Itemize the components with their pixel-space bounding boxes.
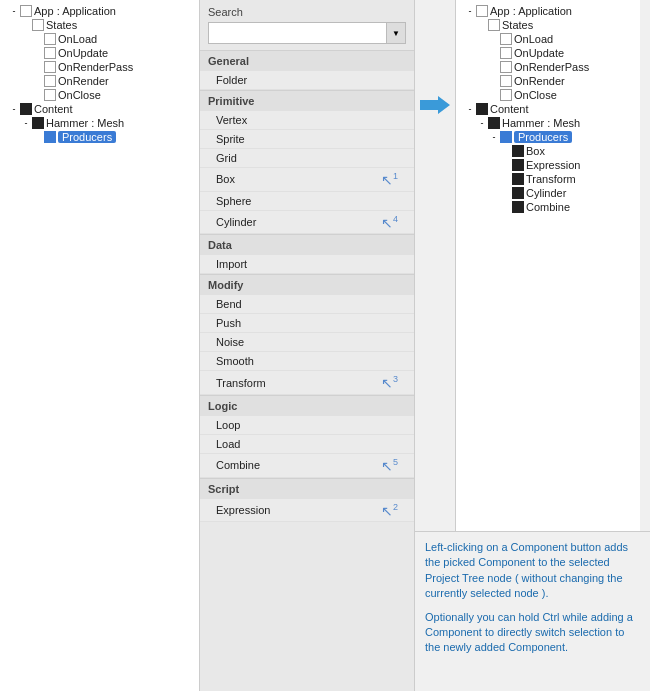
tree-item-states[interactable]: States (0, 18, 199, 32)
cursor-combine: ↖5 (381, 457, 398, 474)
component-bend[interactable]: Bend (200, 295, 414, 314)
component-box[interactable]: Box ↖1 (200, 168, 414, 192)
component-sprite[interactable]: Sprite (200, 130, 414, 149)
right-expression-icon (512, 159, 524, 171)
right-checkbox-onclose[interactable] (500, 89, 512, 101)
right-tree-item-combine[interactable]: Combine (456, 200, 640, 214)
component-smooth[interactable]: Smooth (200, 352, 414, 371)
right-box-icon (512, 145, 524, 157)
right-checkbox-states[interactable] (488, 19, 500, 31)
right-checkbox-onload[interactable] (500, 33, 512, 45)
right-label-hammer: Hammer : Mesh (502, 117, 580, 129)
component-combine-label: Combine (216, 459, 260, 471)
component-expression[interactable]: Expression ↖2 (200, 499, 414, 523)
checkbox-onrender[interactable] (44, 75, 56, 87)
right-toggle-producers[interactable]: - (488, 131, 500, 143)
component-loop[interactable]: Loop (200, 416, 414, 435)
tree-item-onupdate[interactable]: OnUpdate (0, 46, 199, 60)
toggle-onrender (32, 75, 44, 87)
right-tree-item-onclose[interactable]: OnClose (456, 88, 640, 102)
component-cylinder[interactable]: Cylinder ↖4 (200, 211, 414, 235)
right-cylinder-icon (512, 187, 524, 199)
tree-item-producers[interactable]: Producers (0, 130, 199, 144)
right-checkbox-onrender[interactable] (500, 75, 512, 87)
tree-item-onclose[interactable]: OnClose (0, 88, 199, 102)
right-label-transform: Transform (526, 173, 576, 185)
component-noise[interactable]: Noise (200, 333, 414, 352)
right-checkbox-app[interactable] (476, 5, 488, 17)
right-tree-item-expression[interactable]: Expression (456, 158, 640, 172)
right-toggle-hammer[interactable]: - (476, 117, 488, 129)
right-tree-item-box[interactable]: Box (456, 144, 640, 158)
right-tree-item-producers[interactable]: - Producers (456, 130, 640, 144)
right-checkbox-onupdate[interactable] (500, 47, 512, 59)
tree-item-content[interactable]: - Content (0, 102, 199, 116)
component-vertex[interactable]: Vertex (200, 111, 414, 130)
tree-item-hammer[interactable]: - Hammer : Mesh (0, 116, 199, 130)
checkbox-onclose[interactable] (44, 89, 56, 101)
checkbox-onload[interactable] (44, 33, 56, 45)
right-label-app: App : Application (490, 5, 572, 17)
right-content-icon (476, 103, 488, 115)
right-tree-item-app[interactable]: - App : Application (456, 4, 640, 18)
right-toggle-app[interactable]: - (464, 5, 476, 17)
component-import[interactable]: Import (200, 255, 414, 274)
right-toggle-onrender (488, 75, 500, 87)
right-checkbox-onrenderpass[interactable] (500, 61, 512, 73)
toggle-app[interactable]: - (8, 5, 20, 17)
component-grid[interactable]: Grid (200, 149, 414, 168)
checkbox-onupdate[interactable] (44, 47, 56, 59)
toggle-producers (32, 131, 44, 143)
info-text-1: Left-clicking on a Component button adds… (425, 540, 640, 602)
tree-item-onload[interactable]: OnLoad (0, 32, 199, 46)
right-tree-item-transform[interactable]: Transform (456, 172, 640, 186)
search-input[interactable] (208, 22, 406, 44)
toggle-hammer[interactable]: - (20, 117, 32, 129)
component-load[interactable]: Load (200, 435, 414, 454)
right-tree-item-hammer[interactable]: - Hammer : Mesh (456, 116, 640, 130)
section-general-header: General (200, 50, 414, 71)
right-toggle-content[interactable]: - (464, 103, 476, 115)
checkbox-onrenderpass[interactable] (44, 61, 56, 73)
component-combine[interactable]: Combine ↖5 (200, 454, 414, 478)
right-toggle-combine (500, 201, 512, 213)
checkbox-app[interactable] (20, 5, 32, 17)
right-tree-item-cylinder[interactable]: Cylinder (456, 186, 640, 200)
right-arrow-icon (420, 95, 450, 115)
component-folder[interactable]: Folder (200, 71, 414, 90)
right-tree-item-states[interactable]: States (456, 18, 640, 32)
right-label-box: Box (526, 145, 545, 157)
right-tree-item-onupdate[interactable]: OnUpdate (456, 46, 640, 60)
section-modify-header: Modify (200, 274, 414, 295)
component-panel: Search ▼ General Folder Primitive Vertex… (200, 0, 415, 691)
tree-item-app[interactable]: - App : Application (0, 4, 199, 18)
tree-item-onrenderpass[interactable]: OnRenderPass (0, 60, 199, 74)
right-toggle-box (500, 145, 512, 157)
label-onload: OnLoad (58, 33, 97, 45)
label-onclose: OnClose (58, 89, 101, 101)
component-box-label: Box (216, 173, 235, 185)
toggle-states[interactable] (20, 19, 32, 31)
toggle-onrenderpass (32, 61, 44, 73)
right-label-combine: Combine (526, 201, 570, 213)
toggle-content[interactable]: - (8, 103, 20, 115)
component-sphere[interactable]: Sphere (200, 192, 414, 211)
right-label-content: Content (490, 103, 529, 115)
search-dropdown-button[interactable]: ▼ (386, 22, 406, 44)
right-label-onclose: OnClose (514, 89, 557, 101)
checkbox-states[interactable] (32, 19, 44, 31)
component-push[interactable]: Push (200, 314, 414, 333)
right-hammer-icon (488, 117, 500, 129)
search-label: Search (208, 6, 406, 18)
right-tree-item-content[interactable]: - Content (456, 102, 640, 116)
cursor-transform: ↖3 (381, 374, 398, 391)
right-tree-item-onrenderpass[interactable]: OnRenderPass (456, 60, 640, 74)
cursor-cylinder: ↖4 (381, 214, 398, 231)
right-tree-item-onrender[interactable]: OnRender (456, 74, 640, 88)
right-tree-item-onload[interactable]: OnLoad (456, 32, 640, 46)
tree-item-onrender[interactable]: OnRender (0, 74, 199, 88)
right-label-producers: Producers (514, 131, 572, 143)
component-transform[interactable]: Transform ↖3 (200, 371, 414, 395)
right-label-states: States (502, 19, 533, 31)
right-label-onrenderpass: OnRenderPass (514, 61, 589, 73)
